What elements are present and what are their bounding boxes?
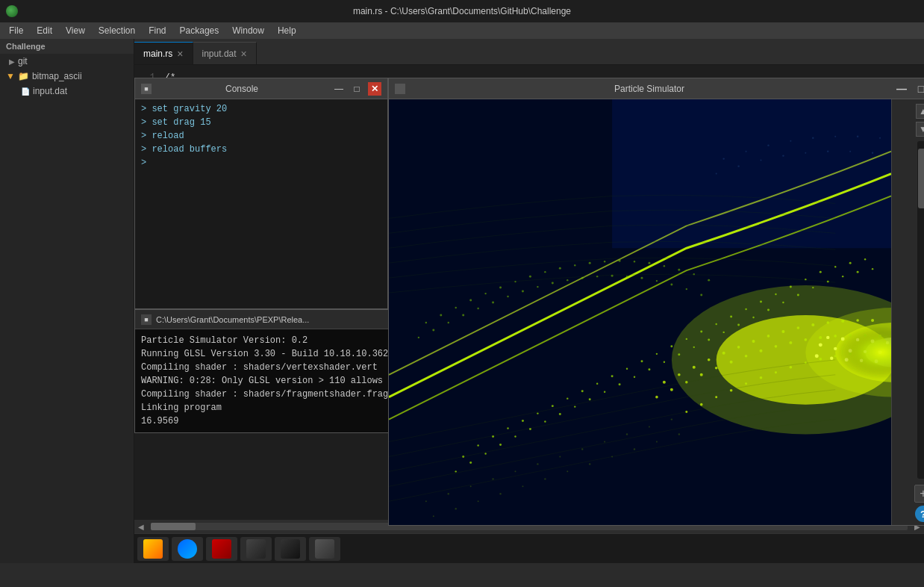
svg-point-111: [767, 335, 770, 338]
svg-point-25: [730, 315, 732, 317]
menu-view[interactable]: View: [60, 24, 91, 37]
scroll-nav-up[interactable]: ▲: [916, 104, 924, 119]
svg-point-63: [872, 268, 873, 270]
sidebar-file-inputdat[interactable]: 📄 input.dat: [0, 84, 134, 99]
svg-point-22: [686, 338, 687, 340]
svg-point-174: [649, 426, 650, 428]
svg-point-117: [856, 319, 859, 322]
svg-point-67: [469, 299, 472, 302]
svg-point-38: [499, 444, 502, 446]
svg-point-195: [879, 137, 881, 139]
svg-point-55: [752, 317, 754, 318]
sidebar-git[interactable]: ▶ git: [0, 54, 134, 69]
svg-point-85: [432, 329, 434, 331]
h-scroll-thumb: [151, 523, 196, 530]
svg-point-19: [640, 360, 643, 362]
taskbar-icon-6: [315, 539, 334, 559]
menu-find[interactable]: Find: [143, 24, 172, 37]
svg-point-34: [864, 258, 866, 260]
particle-maximize-btn[interactable]: □: [913, 82, 924, 96]
svg-point-42: [559, 413, 561, 415]
console-maximize-btn[interactable]: □: [350, 82, 363, 96]
tab-input-dat[interactable]: input.dat ×: [193, 42, 257, 64]
taskbar-item-5[interactable]: [275, 537, 306, 561]
svg-point-87: [462, 314, 464, 316]
svg-point-137: [715, 396, 717, 398]
svg-point-69: [499, 287, 502, 289]
file-label: input.dat: [33, 86, 67, 96]
file-icon: 📄: [21, 87, 30, 96]
svg-point-183: [589, 463, 590, 465]
term-line-10: 16.9569: [141, 414, 419, 428]
svg-point-130: [819, 336, 822, 339]
tab-main-rs-close[interactable]: ×: [177, 49, 183, 59]
svg-point-8: [477, 444, 478, 446]
svg-point-59: [812, 287, 814, 288]
svg-point-165: [448, 493, 449, 494]
sidebar-folder-bitmap[interactable]: ▼ 📁 bitmap_ascii: [0, 69, 134, 84]
scroll-left-arrow[interactable]: ◀: [134, 520, 148, 533]
svg-point-105: [678, 373, 681, 376]
svg-point-108: [722, 352, 725, 355]
svg-point-188: [722, 158, 724, 159]
title-bar: main.rs - C:\Users\Grant\Documents\GitHu…: [0, 0, 924, 22]
svg-point-26: [745, 308, 746, 310]
svg-point-169: [537, 463, 538, 465]
svg-point-86: [448, 322, 449, 323]
tab-main-rs[interactable]: main.rs ×: [134, 42, 193, 64]
svg-point-175: [671, 418, 672, 420]
svg-point-81: [678, 269, 680, 271]
svg-point-89: [492, 302, 494, 304]
svg-point-177: [455, 508, 457, 509]
tab-input-dat-close[interactable]: ×: [241, 49, 247, 59]
svg-point-84: [418, 337, 419, 338]
svg-point-176: [433, 515, 434, 517]
console-win-icon: ■: [141, 84, 152, 94]
particle-svg: [389, 99, 891, 525]
menu-window[interactable]: Window: [226, 24, 270, 37]
svg-point-57: [782, 302, 784, 303]
svg-point-15: [581, 390, 584, 392]
svg-point-194: [857, 136, 858, 137]
menu-packages[interactable]: Packages: [174, 24, 225, 37]
help-btn[interactable]: ?: [915, 506, 924, 522]
terminal-icon: ■: [141, 314, 152, 325]
taskbar-item-6[interactable]: [309, 537, 340, 561]
particle-canvas: [389, 99, 891, 525]
svg-point-197: [737, 165, 739, 167]
menu-file[interactable]: File: [3, 24, 29, 37]
svg-point-17: [611, 375, 614, 377]
svg-point-74: [574, 264, 575, 266]
svg-point-159: [815, 354, 819, 358]
svg-point-52: [708, 338, 710, 341]
svg-point-65: [440, 314, 442, 316]
svg-point-10: [507, 427, 508, 429]
v-scroll-track[interactable]: [917, 141, 924, 479]
console-line-14: >: [141, 156, 381, 170]
taskbar-item-2[interactable]: [172, 537, 203, 561]
svg-point-128: [789, 341, 792, 344]
svg-point-92: [537, 286, 538, 288]
console-minimize-btn[interactable]: —: [332, 82, 346, 96]
menu-help[interactable]: Help: [272, 24, 302, 37]
menu-edit[interactable]: Edit: [31, 24, 58, 37]
scroll-nav-down[interactable]: ▼: [916, 122, 924, 137]
menu-selection[interactable]: Selection: [93, 24, 141, 37]
taskbar-item-4[interactable]: [240, 537, 272, 561]
taskbar-item-1[interactable]: [137, 537, 169, 561]
taskbar-item-3[interactable]: [206, 537, 237, 561]
svg-point-66: [455, 307, 457, 308]
svg-point-82: [693, 273, 695, 275]
svg-point-129: [805, 338, 808, 341]
zoom-plus-btn[interactable]: +: [914, 485, 924, 503]
particle-minimize-btn[interactable]: —: [893, 82, 910, 96]
folder-icon-visual: 📁: [18, 71, 29, 81]
term-line-6: Compiling shader : shaders/fragmentshade…: [141, 388, 419, 401]
sidebar: Challenge ▶ git ▼ 📁 bitmap_ascii 📄 input…: [0, 39, 134, 563]
svg-point-98: [626, 276, 628, 277]
console-close-btn[interactable]: ✕: [368, 82, 381, 96]
svg-point-189: [746, 151, 747, 152]
svg-point-95: [581, 277, 584, 279]
svg-point-203: [872, 152, 873, 153]
svg-point-168: [514, 470, 516, 472]
